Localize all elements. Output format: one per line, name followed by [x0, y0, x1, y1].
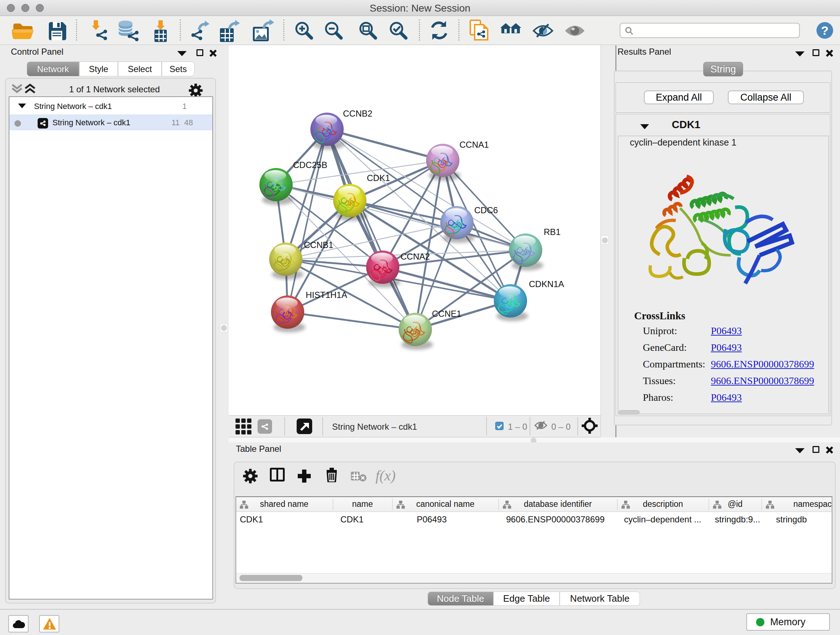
svg-text:CDKN1A: CDKN1A: [529, 279, 564, 289]
svg-text:CDC25B: CDC25B: [293, 160, 327, 170]
svg-text:CDK1: CDK1: [367, 173, 390, 183]
svg-text:CCNA1: CCNA1: [459, 140, 489, 149]
svg-text:CDC6: CDC6: [474, 205, 498, 215]
svg-text:RB1: RB1: [544, 227, 561, 237]
svg-text:CCNB2: CCNB2: [343, 109, 372, 119]
svg-text:CCNB1: CCNB1: [304, 240, 333, 250]
svg-text:HIST1H1A: HIST1H1A: [306, 290, 347, 300]
svg-text:CCNE1: CCNE1: [432, 309, 461, 318]
svg-text:CCNA2: CCNA2: [401, 252, 430, 261]
